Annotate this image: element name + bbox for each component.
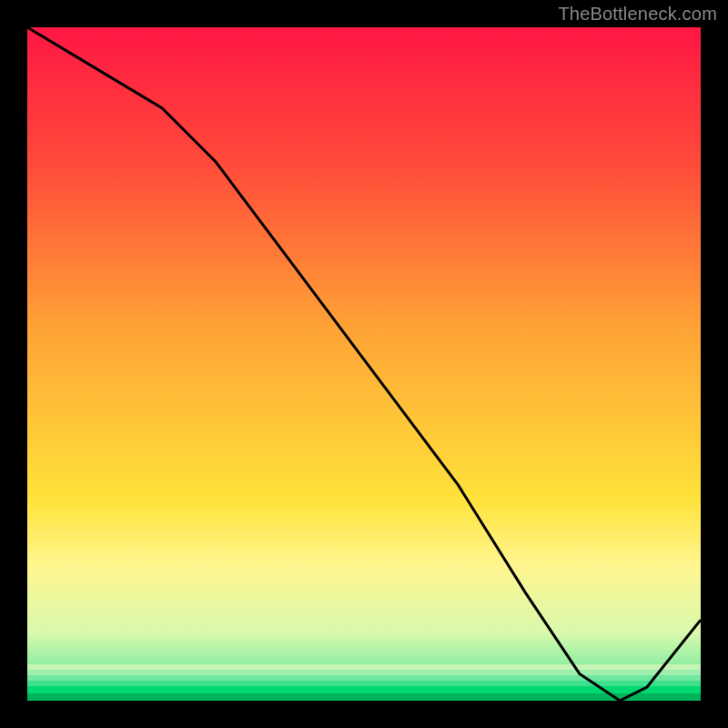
green-band	[27, 675, 701, 681]
green-band-stack	[27, 664, 701, 701]
gradient-bg	[27, 27, 701, 701]
plot-area	[27, 27, 701, 701]
green-band	[27, 664, 701, 670]
chart-svg	[27, 27, 701, 701]
green-band	[27, 681, 701, 686]
plot-inner	[27, 27, 701, 701]
green-band	[27, 670, 701, 675]
green-band	[27, 693, 701, 701]
watermark-text: TheBottleneck.com	[558, 4, 717, 25]
chart-frame: TheBottleneck.com	[0, 0, 728, 728]
